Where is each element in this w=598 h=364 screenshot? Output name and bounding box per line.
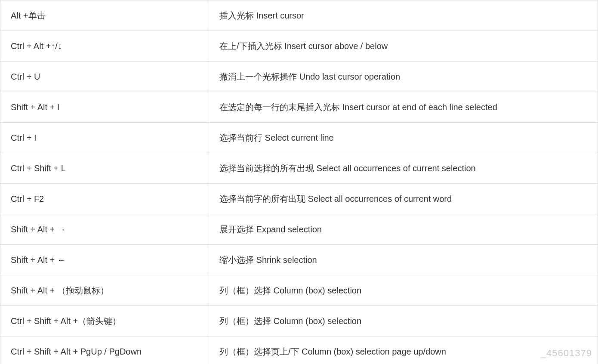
table-row: Ctrl + F2 选择当前字的所有出现 Select all occurren…: [0, 184, 598, 214]
shortcut-description: 选择当前行 Select current line: [209, 123, 598, 153]
table-row: Ctrl + U 撤消上一个光标操作 Undo last cursor oper…: [0, 62, 598, 92]
shortcut-keys: Ctrl + Shift + Alt + PgUp / PgDown: [0, 336, 209, 364]
shortcut-keys: Shift + Alt + （拖动鼠标）: [0, 275, 209, 306]
shortcut-description: 撤消上一个光标操作 Undo last cursor operation: [209, 62, 598, 92]
shortcut-description: 列（框）选择 Column (box) selection: [209, 275, 598, 306]
shortcut-keys: Ctrl + Shift + L: [0, 153, 209, 184]
table-row: Ctrl + Shift + Alt +（箭头键） 列（框）选择 Column …: [0, 306, 598, 336]
shortcuts-table: Alt +单击 插入光标 Insert cursor Ctrl + Alt +↑…: [0, 0, 598, 364]
table-row: Ctrl + Alt +↑/↓ 在上/下插入光标 Insert cursor a…: [0, 31, 598, 62]
shortcut-description: 列（框）选择页上/下 Column (box) selection page u…: [209, 336, 598, 364]
shortcut-description: 列（框）选择 Column (box) selection: [209, 306, 598, 336]
shortcut-keys: Shift + Alt + →: [0, 214, 209, 245]
shortcuts-tbody: Alt +单击 插入光标 Insert cursor Ctrl + Alt +↑…: [0, 0, 598, 364]
shortcut-keys: Ctrl + U: [0, 62, 209, 92]
table-row: Shift + Alt + ← 缩小选择 Shrink selection: [0, 245, 598, 275]
shortcut-description: 在选定的每一行的末尾插入光标 Insert cursor at end of e…: [209, 92, 598, 123]
table-row: Shift + Alt + → 展开选择 Expand selection: [0, 214, 598, 245]
shortcut-keys: Ctrl + F2: [0, 184, 209, 214]
table-row: Shift + Alt + I 在选定的每一行的末尾插入光标 Insert cu…: [0, 92, 598, 123]
shortcut-description: 选择当前选择的所有出现 Select all occurrences of cu…: [209, 153, 598, 184]
shortcut-keys: Shift + Alt + ←: [0, 245, 209, 275]
table-row: Ctrl + Shift + L 选择当前选择的所有出现 Select all …: [0, 153, 598, 184]
table-row: Shift + Alt + （拖动鼠标） 列（框）选择 Column (box)…: [0, 275, 598, 306]
shortcut-description: 选择当前字的所有出现 Select all occurrences of cur…: [209, 184, 598, 214]
shortcut-description: 插入光标 Insert cursor: [209, 0, 598, 31]
shortcut-description: 缩小选择 Shrink selection: [209, 245, 598, 275]
table-row: Ctrl + Shift + Alt + PgUp / PgDown 列（框）选…: [0, 336, 598, 364]
shortcut-keys: Alt +单击: [0, 0, 209, 31]
shortcut-description: 展开选择 Expand selection: [209, 214, 598, 245]
shortcut-keys: Ctrl + Shift + Alt +（箭头键）: [0, 306, 209, 336]
table-row: Ctrl + I 选择当前行 Select current line: [0, 123, 598, 153]
shortcut-keys: Shift + Alt + I: [0, 92, 209, 123]
shortcut-description: 在上/下插入光标 Insert cursor above / below: [209, 31, 598, 62]
table-row: Alt +单击 插入光标 Insert cursor: [0, 0, 598, 31]
shortcut-keys: Ctrl + I: [0, 123, 209, 153]
shortcut-keys: Ctrl + Alt +↑/↓: [0, 31, 209, 62]
